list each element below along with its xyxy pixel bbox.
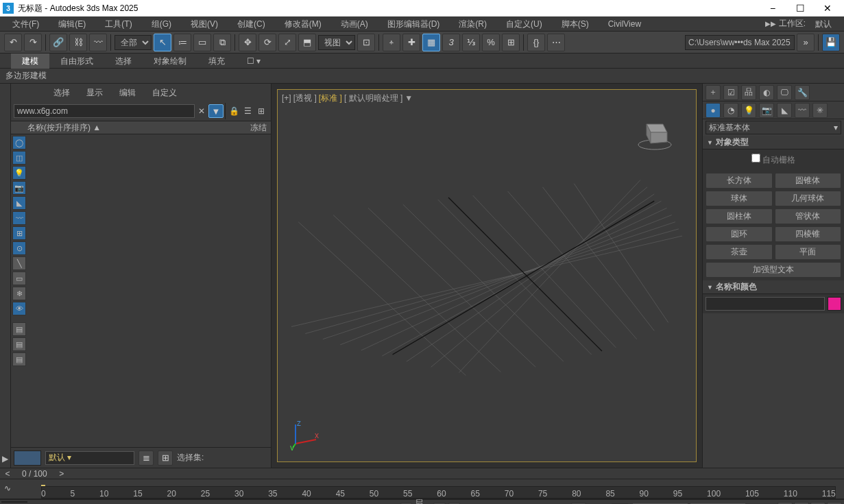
menu-modifier[interactable]: 修改器(M) <box>275 16 331 32</box>
undo-button[interactable]: ↶ <box>4 34 22 51</box>
key-mode-icon[interactable]: ∿ <box>4 483 11 493</box>
filter-hidden-icon[interactable]: 👁 <box>12 302 26 315</box>
filter-icon[interactable]: ▼ <box>405 93 413 103</box>
expand-icon[interactable]: ▶ <box>2 454 8 464</box>
geometry-cat-icon[interactable]: ● <box>706 103 721 118</box>
filter-spacewarp-icon[interactable]: 〰 <box>12 211 26 225</box>
menu-edit[interactable]: 编辑(E) <box>49 16 95 32</box>
col-name[interactable]: 名称(按升序排序) <box>27 123 91 132</box>
select-name-button[interactable]: ≔ <box>173 34 191 51</box>
layer-stack-icon[interactable]: ≣ <box>138 451 154 466</box>
filter-opt3-icon[interactable]: ▤ <box>12 352 26 366</box>
spacewarp-cat-icon[interactable]: 〰 <box>795 103 810 118</box>
view-cube-icon[interactable] <box>634 110 675 152</box>
object-color-swatch[interactable] <box>828 297 841 311</box>
ribbon-tab-model[interactable]: 建模 <box>11 53 49 69</box>
select-move-button[interactable]: ✥ <box>239 34 256 51</box>
menu-tools[interactable]: 工具(T) <box>95 16 141 32</box>
layer-grid-icon[interactable]: ⊞ <box>158 451 173 466</box>
workspace-selector[interactable]: 默认 <box>806 16 841 32</box>
rollout-objtype[interactable]: 对象类型 <box>703 136 844 149</box>
spinner-snap-button[interactable]: % <box>482 34 500 51</box>
scene-search-input[interactable] <box>14 104 195 118</box>
project-path[interactable]: C:\Users\ww•••ds Max 2025 <box>685 35 795 50</box>
menu-grapheditor[interactable]: 图形编辑器(D) <box>378 16 450 32</box>
ribbon-tab-fill[interactable]: 填充 <box>197 53 236 69</box>
btn-box[interactable]: 长方体 <box>706 173 773 189</box>
axis-constraint-button[interactable]: ⊞ <box>502 34 520 51</box>
percent-snap-button[interactable]: ⅓ <box>462 34 480 51</box>
autogrid-checkbox[interactable] <box>751 154 760 163</box>
ribbon-tab-caret[interactable]: ☐ ▾ <box>236 53 272 69</box>
filter-opt2-icon[interactable]: ▤ <box>12 337 26 351</box>
camera-cat-icon[interactable]: 📷 <box>759 103 774 118</box>
time-prev-icon[interactable]: < <box>3 469 12 479</box>
filter-bone-icon[interactable]: ╲ <box>12 256 26 270</box>
menu-animation[interactable]: 动画(A) <box>331 16 378 32</box>
filter-container-icon[interactable]: ▭ <box>12 272 26 285</box>
overflow-button[interactable]: » <box>797 34 815 51</box>
primitive-type-dropdown[interactable]: 标准基本体▾ <box>706 121 841 134</box>
filter-geometry-icon[interactable]: ◯ <box>12 136 26 149</box>
menu-civilview[interactable]: CivilView <box>599 16 651 32</box>
move-button[interactable]: ✚ <box>402 34 420 51</box>
btn-cylinder[interactable]: 圆柱体 <box>706 208 773 224</box>
shape-cat-icon[interactable]: ◔ <box>723 103 738 118</box>
unlink-button[interactable]: ⛓ <box>69 34 87 51</box>
filter-light-icon[interactable]: 💡 <box>12 166 26 180</box>
timeline[interactable]: ∿ 05101520253035404550556065707580859095… <box>0 479 844 499</box>
menu-render[interactable]: 渲染(R) <box>449 16 496 32</box>
menu-create[interactable]: 创建(C) <box>228 16 275 32</box>
btn-sphere[interactable]: 球体 <box>706 191 773 206</box>
filter-helper-icon[interactable]: ◣ <box>12 196 26 210</box>
list-icon[interactable]: ☰ <box>241 106 254 116</box>
viewport-labels[interactable]: [+] [透视 ] [标准 ] [ 默认明暗处理 ] ▼ <box>282 93 413 104</box>
macro-rec-thumb[interactable] <box>1 501 27 503</box>
clear-search-icon[interactable]: ✕ <box>195 106 208 116</box>
selection-filter[interactable]: 全部 <box>114 35 152 50</box>
menu-script[interactable]: 脚本(S) <box>552 16 599 32</box>
motion-tab-icon[interactable]: ◐ <box>759 85 774 100</box>
btn-cone[interactable]: 圆锥体 <box>775 173 842 189</box>
scene-tab-display[interactable]: 显示 <box>78 84 111 101</box>
time-next-icon[interactable]: > <box>57 469 67 479</box>
btn-plane[interactable]: 平面 <box>775 244 842 260</box>
btn-teapot[interactable]: 茶壶 <box>706 244 773 260</box>
tree-icon[interactable]: ⊞ <box>254 106 268 116</box>
hierarchy-tab-icon[interactable]: 品 <box>741 85 756 100</box>
col-freeze[interactable]: 冻结 <box>250 122 267 134</box>
select-rotate-button[interactable]: ⟳ <box>258 34 276 51</box>
btn-tube[interactable]: 管状体 <box>775 208 842 224</box>
filter-camera-icon[interactable]: 📷 <box>12 181 26 195</box>
display-tab-icon[interactable]: 🖵 <box>777 85 792 100</box>
viewport-canvas[interactable]: [+] [透视 ] [标准 ] [ 默认明暗处理 ] ▼ <box>277 89 697 462</box>
ribbon-tab-objpaint[interactable]: 对象绘制 <box>143 53 197 69</box>
utilities-tab-icon[interactable]: 🔧 <box>795 85 810 100</box>
layer-selector[interactable]: 默认 ▾ <box>45 451 134 465</box>
ribbon-tab-select[interactable]: 选择 <box>104 53 143 69</box>
minimize-button[interactable]: − <box>759 3 786 14</box>
layer-color-swatch[interactable] <box>14 451 41 466</box>
object-name-input[interactable] <box>706 297 825 311</box>
more-button[interactable]: ⋯ <box>547 34 565 51</box>
menu-file[interactable]: 文件(F) <box>3 16 49 32</box>
menu-customize[interactable]: 自定义(U) <box>496 16 552 32</box>
link-button[interactable]: 🔗 <box>49 34 67 51</box>
maximize-button[interactable]: ☐ <box>786 3 814 14</box>
btn-pyramid[interactable]: 四棱锥 <box>775 226 842 242</box>
btn-geosphere[interactable]: 几何球体 <box>775 191 842 206</box>
filter-frozen-icon[interactable]: ❄ <box>12 287 26 300</box>
select-scale-button[interactable]: ⤢ <box>278 34 296 51</box>
select-manipulate-button[interactable]: ⍏ <box>383 34 400 51</box>
btn-torus[interactable]: 圆环 <box>706 226 773 242</box>
create-tab-icon[interactable]: ＋ <box>706 85 721 100</box>
pivot-button[interactable]: ⊡ <box>357 34 375 51</box>
rollout-namecolor[interactable]: 名称和颜色 <box>703 280 844 294</box>
time-label[interactable]: 0 / 100 <box>15 469 54 479</box>
menu-group[interactable]: 组(G) <box>142 16 181 32</box>
schematic-view-button[interactable]: {} <box>527 34 545 51</box>
light-cat-icon[interactable]: 💡 <box>741 103 756 118</box>
snap-toggle-button[interactable]: ▦ <box>422 34 440 51</box>
refcoord-selector[interactable]: 视图 <box>318 35 355 50</box>
btn-textplus[interactable]: 加强型文本 <box>706 262 841 278</box>
